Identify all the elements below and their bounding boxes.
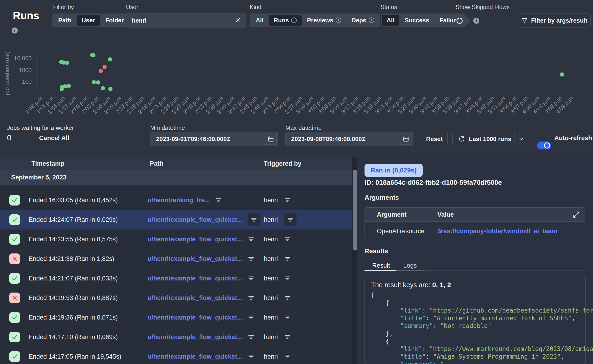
max-datetime-label: Max datetime [285, 124, 322, 131]
status-all[interactable]: All [382, 15, 399, 26]
filter-by-path-icon[interactable] [248, 353, 255, 360]
result-intro: The result keys are: 0, 1, 2 [371, 281, 451, 289]
filter-by-path-icon[interactable] [248, 333, 255, 340]
max-datetime-calendar-icon[interactable] [400, 133, 412, 145]
filter-by-user-icon[interactable] [284, 214, 296, 226]
reset-button[interactable]: Reset [421, 132, 448, 146]
table-row[interactable]: Ended 16:03:05 (Ran in 0,452s)u/henri/ra… [0, 190, 352, 210]
success-icon [9, 312, 20, 323]
funnel-icon [521, 17, 528, 24]
col-path: Path [150, 157, 164, 170]
info-icon: i [369, 18, 374, 23]
table-row[interactable]: Ended 14:21:38 (Ran in 1,82s)u/henri/exa… [0, 249, 352, 269]
show-skipped-info-icon[interactable]: i [473, 18, 479, 24]
table-row[interactable]: Ended 14:17:05 (Ran in 19,545s)u/henri/e… [0, 347, 352, 364]
filter-by-user-icon[interactable] [284, 197, 291, 204]
run-timestamp: Ended 14:17:05 (Ran in 19,545s) [29, 347, 121, 364]
table-row[interactable]: Ended 14:21:07 (Ran in 0,033s)u/henri/ex… [0, 269, 352, 288]
run-path-link[interactable]: u/henri/ranking_fre... [148, 197, 210, 204]
filter-by-path-icon[interactable] [248, 255, 255, 262]
run-timestamp: Ended 14:21:38 (Ran in 1,82s) [29, 249, 114, 269]
filter-by-path-icon[interactable] [248, 236, 255, 243]
tab-underline [425, 270, 585, 271]
user-filter-input[interactable] [126, 13, 246, 27]
filter-args-button[interactable]: Filter by args/result [518, 13, 591, 27]
success-icon [9, 234, 20, 245]
run-user: henri [264, 216, 278, 223]
last-runs-dropdown[interactable] [518, 136, 525, 142]
table-row[interactable]: Ended 14:24:07 (Ran in 0,029s)u/henri/ex… [0, 210, 352, 229]
chart-y-tick: 1000 [0, 67, 32, 73]
success-icon [9, 332, 20, 342]
kind-previews[interactable]: Previewsi [302, 15, 346, 26]
table-row[interactable]: Ended 14:17:10 (Ran in 0,069s)u/henri/ex… [0, 327, 352, 347]
filter-by-path-icon[interactable] [248, 314, 255, 321]
min-datetime-input[interactable] [150, 132, 278, 146]
filter-by-path-icon[interactable] [248, 275, 255, 282]
run-timestamp: Ended 14:24:07 (Ran in 0,029s) [29, 210, 118, 229]
last-runs-button[interactable]: Last 1000 runs [452, 132, 525, 146]
run-path-link[interactable]: u/henri/example_flow_quickst... [148, 236, 243, 243]
max-datetime-input[interactable] [285, 132, 413, 146]
filter-by-path-icon[interactable] [248, 294, 255, 301]
kind-runs[interactable]: Runsi [269, 15, 302, 26]
run-path-link[interactable]: u/henri/example_flow_quickst... [148, 353, 243, 360]
runs-info-icon[interactable]: i [12, 27, 18, 33]
filter-by-path-icon[interactable] [248, 214, 260, 226]
run-path-link[interactable]: u/henri/example_flow_quickst... [148, 275, 243, 282]
cancel-all-button[interactable]: Cancel All [39, 135, 69, 142]
filter-by-path[interactable]: Path [53, 15, 76, 26]
success-icon [9, 273, 20, 284]
run-user: henri [264, 294, 278, 302]
kind-all[interactable]: All [251, 15, 268, 26]
info-icon: i [291, 18, 297, 23]
chart-y-tick: 100 [0, 78, 32, 85]
runs-table: Ended 16:03:05 (Ran in 0,452s)u/henri/ra… [0, 186, 352, 364]
scrollbar-thumb[interactable] [353, 170, 357, 250]
tab-result[interactable]: Result [372, 262, 390, 269]
run-timestamp: Ended 14:17:10 (Ran in 0,069s) [29, 327, 118, 347]
chart-point-success [96, 80, 100, 84]
filter-by-user-icon[interactable] [284, 236, 291, 243]
run-user: henri [264, 197, 278, 204]
info-icon: i [336, 18, 341, 23]
table-row[interactable]: Ended 14:19:36 (Ran in 0,071s)u/henri/ex… [0, 308, 352, 327]
tab-logs[interactable]: Logs [403, 262, 417, 269]
table-row[interactable]: Ended 14:23:55 (Ran in 8,575s)u/henri/ex… [0, 229, 352, 249]
run-duration-badge: Ran in (0,029s) [364, 164, 423, 177]
run-user: henri [264, 353, 278, 360]
failure-icon [9, 254, 20, 264]
clear-user-filter-icon[interactable] [234, 17, 241, 24]
success-icon [9, 195, 20, 206]
argument-value-link[interactable]: $res:f/company-folder/windmill_ai_team [437, 221, 557, 241]
expand-icon[interactable] [572, 211, 580, 219]
filter-by-user-icon[interactable] [284, 275, 291, 282]
run-path-link[interactable]: u/henri/example_flow_quickst... [148, 333, 243, 341]
min-datetime-calendar-icon[interactable] [265, 133, 277, 145]
filter-by-user-icon[interactable] [284, 294, 291, 301]
run-path-link[interactable]: u/henri/example_flow_quickst... [148, 294, 243, 302]
filter-by-group: PathUserFolder [52, 13, 130, 27]
filter-by-user-icon[interactable] [284, 255, 291, 262]
filter-by-folder[interactable]: Folder [100, 15, 129, 26]
auto-refresh-toggle[interactable] [537, 142, 551, 150]
run-user: henri [264, 255, 278, 262]
col-timestamp: Timestamp [32, 157, 65, 170]
filter-by-user-icon[interactable] [284, 333, 291, 340]
run-path-link[interactable]: u/henri/example_flow_quickst... [148, 216, 243, 223]
chevron-down-icon [518, 136, 525, 142]
show-skipped-toggle[interactable] [455, 17, 469, 25]
status-success[interactable]: Success [400, 15, 434, 26]
table-row[interactable]: Ended 14:19:53 (Ran in 0,887s)u/henri/ex… [0, 288, 352, 308]
filter-by-path-icon[interactable] [215, 197, 222, 204]
run-path-link[interactable]: u/henri/example_flow_quickst... [148, 255, 243, 262]
filter-by-user[interactable]: User [77, 15, 100, 26]
table-scrollbar[interactable] [352, 157, 357, 364]
chart-point-success [101, 86, 105, 90]
tab-underline-logs [396, 270, 425, 271]
filter-by-user-icon[interactable] [284, 353, 291, 360]
run-path-link[interactable]: u/henri/example_flow_quickst... [148, 314, 243, 321]
args-col-value: Value [437, 208, 454, 221]
kind-deps[interactable]: Depsi [347, 15, 379, 26]
filter-by-user-icon[interactable] [284, 314, 291, 321]
